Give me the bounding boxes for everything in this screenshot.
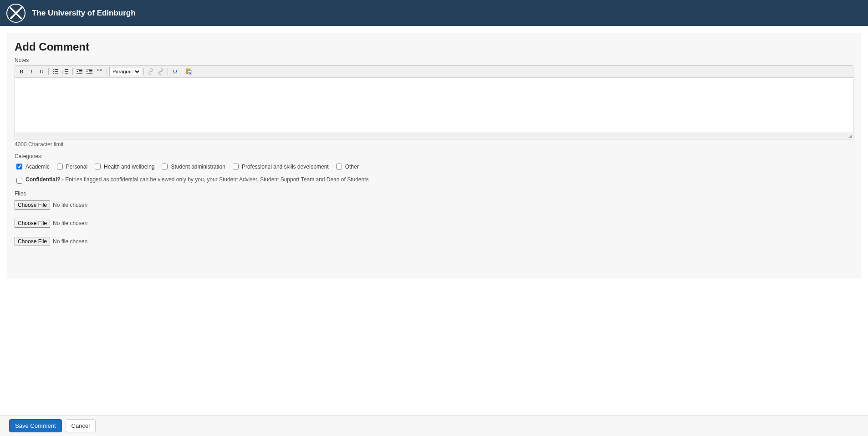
notes-label: Notes	[15, 57, 853, 63]
file-status-label: No file chosen	[53, 220, 87, 226]
confidential-label: Confidential?	[26, 176, 61, 183]
italic-icon[interactable]: I	[27, 67, 36, 76]
category-label: Health and wellbeing	[104, 164, 154, 170]
category-checkbox[interactable]	[336, 164, 342, 169]
toolbar-separator	[143, 68, 144, 75]
category-item[interactable]: Personal	[55, 162, 87, 171]
choose-file-button[interactable]: Choose File	[15, 219, 50, 228]
svg-marker-19	[87, 71, 88, 72]
category-item[interactable]: Academic	[15, 162, 50, 171]
svg-rect-11	[65, 73, 68, 74]
blockquote-icon[interactable]: ““	[95, 67, 104, 76]
page-title: Add Comment	[15, 41, 853, 53]
svg-marker-14	[77, 71, 78, 72]
svg-point-4	[53, 73, 54, 74]
toolbar-separator	[48, 68, 49, 75]
choose-file-button[interactable]: Choose File	[15, 237, 50, 246]
svg-rect-18	[89, 70, 92, 71]
svg-text:3: 3	[62, 72, 64, 74]
categories-label: Categories:	[15, 153, 853, 159]
choose-file-button[interactable]: Choose File	[15, 200, 50, 210]
toolbar-separator	[107, 68, 107, 75]
category-label: Academic	[26, 164, 50, 170]
confidential-checkbox[interactable]	[16, 178, 22, 184]
numbered-list-icon[interactable]: 123	[61, 67, 70, 76]
svg-rect-3	[55, 71, 58, 72]
file-status-label: No file chosen	[53, 202, 87, 208]
category-label: Personal	[66, 164, 87, 170]
svg-point-2	[53, 71, 54, 72]
svg-rect-9	[65, 71, 68, 72]
notes-textarea[interactable]	[15, 78, 853, 133]
svg-rect-15	[79, 72, 82, 72]
svg-rect-16	[77, 73, 82, 74]
category-item[interactable]: Health and wellbeing	[93, 162, 154, 171]
file-upload-row: Choose FileNo file chosen	[15, 200, 853, 210]
category-checkbox[interactable]	[16, 164, 22, 169]
svg-rect-17	[87, 69, 92, 70]
logo-saltire-icon	[10, 7, 22, 19]
rich-text-editor: B I U 123 ““ Pa	[15, 65, 853, 139]
bullet-list-icon[interactable]	[51, 67, 60, 76]
svg-line-22	[158, 69, 163, 74]
svg-text:W: W	[189, 72, 191, 74]
file-upload-row: Choose FileNo file chosen	[15, 219, 853, 228]
unlink-icon[interactable]	[156, 67, 165, 76]
svg-rect-20	[89, 72, 92, 72]
category-checkbox[interactable]	[57, 164, 63, 169]
link-icon[interactable]	[146, 67, 155, 76]
editor-resize-handle[interactable]	[15, 133, 853, 139]
svg-rect-13	[79, 70, 82, 71]
toolbar-separator	[168, 68, 168, 75]
format-select[interactable]: Paragraph	[109, 67, 141, 76]
toolbar-separator	[72, 68, 73, 75]
confidential-desc: - Entries flagged as confidential can be…	[62, 176, 369, 183]
svg-rect-1	[55, 69, 58, 70]
header-title: The University of Edinburgh	[32, 9, 136, 18]
category-checkbox[interactable]	[162, 164, 168, 169]
files-label: Files	[15, 190, 853, 197]
outdent-icon[interactable]	[75, 67, 84, 76]
underline-icon[interactable]: U	[37, 67, 46, 76]
svg-rect-7	[65, 69, 68, 70]
indent-icon[interactable]	[85, 67, 94, 76]
category-item[interactable]: Student administration	[160, 162, 225, 171]
bold-icon[interactable]: B	[17, 67, 26, 76]
char-limit-label: 4000 Character limit	[15, 141, 853, 148]
category-checkbox[interactable]	[233, 164, 239, 169]
category-item[interactable]: Other	[334, 162, 359, 171]
form-panel: Add Comment Notes B I U 123	[7, 33, 861, 278]
svg-rect-5	[55, 73, 58, 74]
paste-word-icon[interactable]: W	[184, 67, 194, 76]
category-label: Student administration	[171, 164, 225, 170]
toolbar-separator	[182, 68, 182, 75]
university-logo	[6, 4, 26, 23]
category-checkbox[interactable]	[95, 164, 101, 169]
editor-toolbar: B I U 123 ““ Pa	[15, 66, 853, 78]
page-header: The University of Edinburgh	[0, 0, 868, 26]
special-char-icon[interactable]: Ω	[170, 67, 179, 76]
file-upload-row: Choose FileNo file chosen	[15, 237, 853, 246]
category-label: Professional and skills development	[242, 164, 329, 170]
category-label: Other	[345, 164, 359, 170]
file-status-label: No file chosen	[53, 238, 87, 245]
svg-rect-21	[87, 73, 92, 74]
svg-rect-12	[77, 69, 82, 70]
svg-point-0	[53, 69, 54, 70]
category-item[interactable]: Professional and skills development	[231, 162, 329, 171]
